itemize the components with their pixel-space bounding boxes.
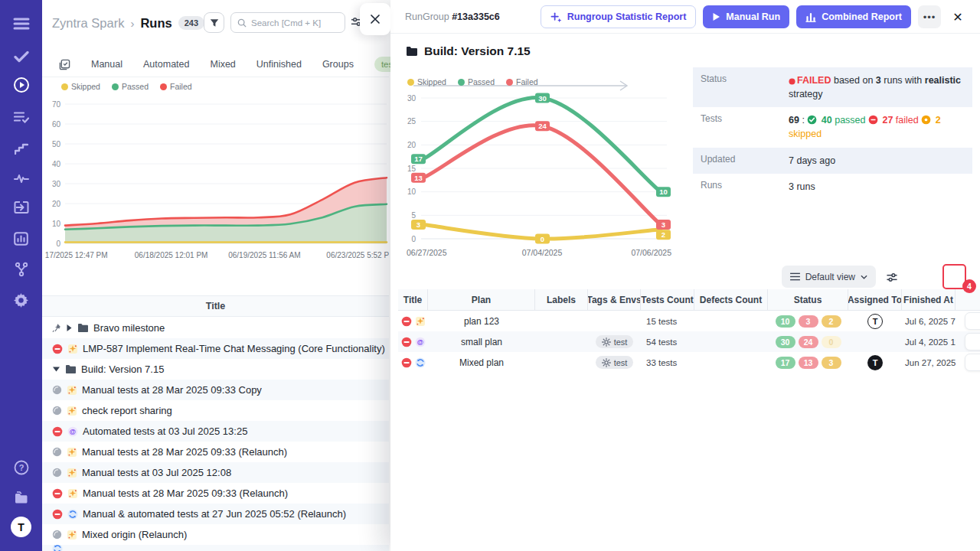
- svg-text:60: 60: [52, 120, 61, 129]
- legend-item-passed[interactable]: Passed: [458, 77, 495, 86]
- spark-icon: [67, 468, 77, 478]
- legend-label: Skipped: [71, 82, 100, 91]
- list-item[interactable]: Manual & automated tests at 27 Jun 2025 …: [42, 504, 389, 524]
- list-item[interactable]: Build: Version 7.15: [42, 359, 389, 380]
- tab-groups[interactable]: Groups: [322, 59, 354, 70]
- tag-pill[interactable]: test: [596, 356, 634, 369]
- cell-tests-count: 15 tests: [641, 317, 694, 326]
- row-actions-hint[interactable]: [965, 354, 980, 371]
- column-header-tags-envs[interactable]: Tags & Envs: [588, 289, 641, 310]
- list-item[interactable]: Bravo milestone: [42, 318, 389, 338]
- list-item[interactable]: Mixed origin (Relaunch): [42, 524, 389, 545]
- build-title: Build: Version 7.15: [406, 44, 531, 58]
- list-item[interactable]: Manual tests at 28 Mar 2025 09:33 (Relau…: [42, 442, 389, 462]
- runs-area-chart: 01020304050607017/2025 12:47 PM06/18/202…: [42, 95, 389, 260]
- cell-plan[interactable]: plan 123: [428, 316, 535, 327]
- column-header-status[interactable]: Status: [768, 289, 848, 310]
- list-item[interactable]: LMP-587 Implement Real-Time Chat Messagi…: [42, 338, 389, 359]
- svg-text:06/19/2025 11:56 AM: 06/19/2025 11:56 AM: [228, 251, 300, 259]
- legend-label: Failed: [516, 77, 538, 86]
- legend-item-failed[interactable]: Failed: [506, 77, 538, 86]
- column-header-plan[interactable]: Plan: [428, 289, 535, 310]
- sidebar-item-imports[interactable]: [0, 197, 42, 217]
- tab-mixed[interactable]: Mixed: [210, 59, 235, 70]
- list-item[interactable]: @Automated tests at 03 Jul 2025 13:25: [42, 421, 389, 442]
- more-actions-button[interactable]: •••: [918, 5, 941, 28]
- status-dot-icon: [789, 78, 795, 85]
- legend-item-passed[interactable]: Passed: [112, 82, 149, 91]
- search-input[interactable]: Search [Cmd + K]: [230, 12, 345, 33]
- assignee-avatar[interactable]: T: [867, 355, 883, 370]
- cell-finished-at: Jul 4, 2025 11:27: [902, 337, 956, 347]
- select-runs-icon[interactable]: [59, 59, 70, 70]
- list-item[interactable]: Manual tests at 28 Mar 2025 09:33 (Relau…: [42, 483, 389, 504]
- column-header-finished-at[interactable]: Finished At: [902, 289, 956, 310]
- sidebar-item-projects[interactable]: [0, 487, 42, 507]
- status-chip-passed: 17: [776, 357, 795, 369]
- svg-text:10: 10: [407, 187, 416, 196]
- sidebar-item-help[interactable]: ?: [0, 458, 42, 478]
- sidebar-item-menu[interactable]: [0, 14, 42, 34]
- svg-text:2: 2: [662, 230, 665, 239]
- sidebar-item-tests[interactable]: [0, 47, 42, 67]
- column-header-labels[interactable]: Labels: [535, 289, 588, 310]
- table-row[interactable]: @small plantest54 tests30240Jul 4, 2025 …: [398, 331, 980, 352]
- bars-icon: [805, 12, 816, 22]
- combined-report-button[interactable]: Combined Report: [796, 5, 911, 28]
- tab-unfinished[interactable]: Unfinished: [256, 59, 302, 70]
- list-item-partial[interactable]: [42, 545, 389, 551]
- status-chip-skipped: 2: [822, 315, 841, 328]
- cell-title-icons: @: [398, 337, 428, 347]
- tab-manual[interactable]: Manual: [91, 59, 122, 70]
- user-avatar[interactable]: T: [11, 517, 31, 537]
- status-chip-passed: 10: [776, 315, 795, 328]
- info-text: passed: [832, 115, 868, 126]
- default-view-button[interactable]: Default view: [782, 266, 876, 288]
- annotation-step-badge: 4: [962, 279, 976, 293]
- column-settings-button[interactable]: [882, 267, 902, 287]
- legend-item-skipped[interactable]: Skipped: [407, 77, 446, 86]
- sidebar-item-settings[interactable]: [0, 290, 42, 310]
- legend-item-failed[interactable]: Failed: [160, 82, 192, 91]
- spark-icon: [67, 530, 77, 540]
- cell-plan[interactable]: Mixed plan: [428, 357, 535, 368]
- tab-automated[interactable]: Automated: [143, 59, 189, 70]
- tag-label: test: [614, 358, 628, 367]
- info-row-tests: Tests69 : 40 passed 27 failed 2 skipped: [693, 107, 972, 147]
- caret-right-icon[interactable]: [66, 324, 73, 332]
- table-row[interactable]: plan 12315 tests1032TJul 6, 2025 7:40: [398, 311, 980, 331]
- sidebar-item-analytics[interactable]: [0, 168, 42, 188]
- list-item[interactable]: Manual tests at 03 Jul 2025 12:08: [42, 462, 389, 483]
- sliders-icon: [886, 272, 898, 283]
- sidebar-item-milestones[interactable]: [0, 139, 42, 158]
- drawer-close-button[interactable]: [360, 3, 390, 35]
- cell-status: 30240: [768, 336, 848, 348]
- sidebar-item-plans[interactable]: [0, 107, 42, 127]
- assignee-avatar[interactable]: T: [867, 314, 883, 329]
- list-item[interactable]: Manual tests at 28 Mar 2025 09:33 Copy: [42, 380, 389, 400]
- sidebar-item-reports[interactable]: [0, 229, 42, 249]
- column-header-tests-count[interactable]: Tests Count: [641, 289, 694, 310]
- tag-pill[interactable]: test: [596, 335, 634, 348]
- manual-run-button[interactable]: Manual Run: [703, 5, 789, 28]
- row-actions-hint[interactable]: [965, 333, 980, 350]
- row-actions-hint[interactable]: [965, 312, 980, 330]
- column-header-defects-count[interactable]: Defects Count: [694, 289, 768, 310]
- search-placeholder: Search [Cmd + K]: [251, 18, 321, 28]
- filter-button[interactable]: [204, 12, 224, 33]
- breadcrumb-project[interactable]: Zyntra Spark: [52, 16, 124, 31]
- list-item[interactable]: check report sharing: [42, 400, 389, 421]
- sidebar-item-runs[interactable]: [0, 75, 42, 95]
- column-header-title[interactable]: Title: [398, 289, 428, 310]
- info-label: Updated: [693, 148, 789, 174]
- caret-down-icon[interactable]: [52, 366, 60, 373]
- column-header-assigned-to[interactable]: Assigned To: [848, 289, 902, 310]
- sidebar-item-integrations[interactable]: [0, 259, 42, 279]
- table-row[interactable]: Mixed plantest33 tests17133TJun 27, 2025…: [398, 352, 980, 373]
- legend-item-skipped[interactable]: Skipped: [61, 82, 100, 91]
- rungroup-statistic-report-button[interactable]: Rungroup Statistic Report: [541, 5, 697, 28]
- drawer-close-x[interactable]: ✕: [948, 5, 968, 28]
- info-text: :: [799, 115, 807, 126]
- failed-icon: [52, 488, 63, 499]
- cell-plan[interactable]: small plan: [428, 337, 535, 347]
